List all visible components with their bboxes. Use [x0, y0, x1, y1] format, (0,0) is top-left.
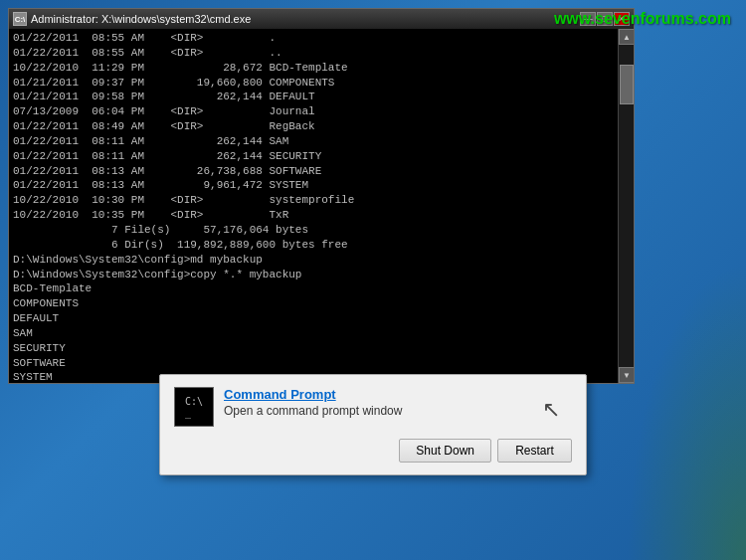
terminal-line: 01/21/2011 09:58 PM 262,144 DEFAULT [13, 90, 614, 104]
popup-dialog: C:\_ Command Prompt Open a command promp… [159, 374, 587, 475]
terminal-line: SAM [13, 326, 614, 341]
terminal-line: 10/22/2010 10:30 PM <DIR> systemprofile [13, 193, 614, 208]
terminal-line: COMPONENTS [13, 296, 614, 311]
scroll-thumb[interactable] [620, 65, 634, 104]
cmd-title: Administrator: X:\windows\system32\cmd.e… [31, 13, 580, 25]
cmd-titlebar: C:\ Administrator: X:\windows\system32\c… [9, 9, 634, 29]
terminal-line: 01/21/2011 09:37 PM 19,660,800 COMPONENT… [13, 76, 614, 91]
cmd-window: C:\ Administrator: X:\windows\system32\c… [8, 8, 635, 384]
cmd-scrollbar: ▲ ▼ [618, 29, 634, 383]
terminal-line: BCD-Template [13, 281, 614, 296]
mouse-cursor-icon: ↖ [542, 397, 560, 423]
watermark: www.sevenforums.com [554, 10, 731, 28]
terminal-line: 01/22/2011 08:49 AM <DIR> RegBack [13, 119, 614, 134]
terminal-line: 10/22/2010 10:35 PM <DIR> TxR [13, 208, 614, 223]
terminal-line: 6 Dir(s) 119,892,889,600 bytes free [13, 238, 614, 253]
popup-title[interactable]: Command Prompt [224, 387, 532, 402]
terminal-line: 7 File(s) 57,176,064 bytes [13, 223, 614, 238]
cmd-content[interactable]: 01/22/2011 08:55 AM <DIR> .01/22/2011 08… [9, 29, 618, 383]
terminal-line: 01/22/2011 08:11 AM 262,144 SAM [13, 134, 614, 149]
terminal-line: 07/13/2009 06:04 PM <DIR> Journal [13, 104, 614, 119]
popup-header: C:\_ Command Prompt Open a command promp… [174, 387, 572, 427]
shutdown-button[interactable]: Shut Down [399, 439, 491, 463]
terminal-line: 01/22/2011 08:55 AM <DIR> .. [13, 46, 614, 61]
terminal-line: 01/22/2011 08:55 AM <DIR> . [13, 31, 614, 46]
desktop: C:\ Administrator: X:\windows\system32\c… [0, 0, 746, 560]
terminal-line: D:\Windows\System32\config>md mybackup [13, 253, 614, 268]
popup-text-area: Command Prompt Open a command prompt win… [224, 387, 532, 418]
popup-description: Open a command prompt window [224, 404, 532, 418]
cmd-icon: C:\ [13, 12, 27, 26]
popup-cmd-icon: C:\_ [174, 387, 214, 427]
terminal-line: SOFTWARE [13, 356, 614, 371]
scroll-down-button[interactable]: ▼ [619, 367, 634, 383]
terminal-line: 01/22/2011 08:13 AM 26,738,688 SOFTWARE [13, 164, 614, 179]
terminal-line: D:\Windows\System32\config>copy *.* myba… [13, 268, 614, 282]
terminal-line: DEFAULT [13, 311, 614, 326]
scroll-up-button[interactable]: ▲ [619, 29, 634, 45]
restart-button[interactable]: Restart [497, 439, 572, 463]
terminal-line: 01/22/2011 08:11 AM 262,144 SECURITY [13, 149, 614, 164]
terminal-line: 01/22/2011 08:13 AM 9,961,472 SYSTEM [13, 178, 614, 193]
terminal-line: 10/22/2010 11:29 PM 28,672 BCD-Template [13, 61, 614, 76]
popup-buttons: Shut Down Restart [174, 439, 572, 463]
cmd-body: 01/22/2011 08:55 AM <DIR> .01/22/2011 08… [9, 29, 634, 383]
terminal-line: SECURITY [13, 341, 614, 356]
scroll-track[interactable] [619, 45, 634, 367]
